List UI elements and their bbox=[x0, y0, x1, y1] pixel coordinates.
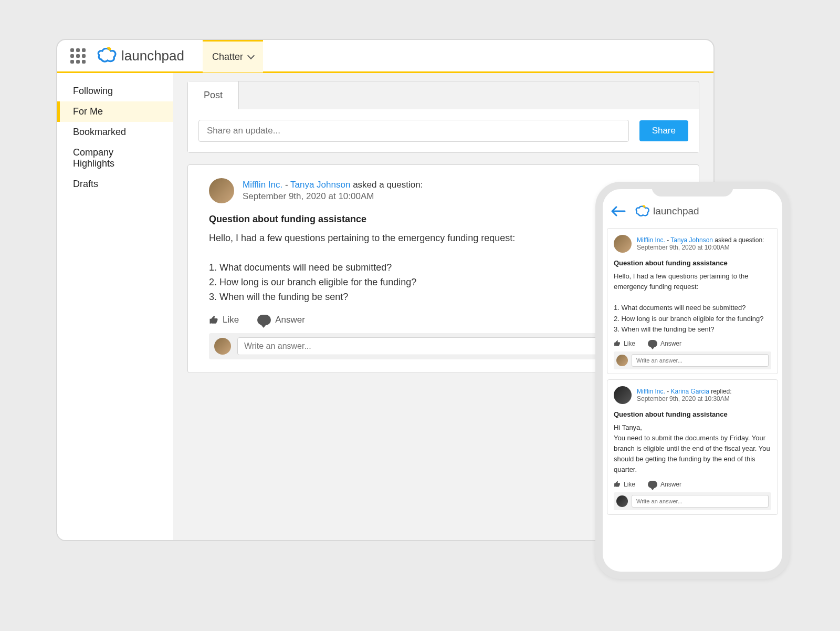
brand-name: launchpad bbox=[653, 205, 699, 217]
post-author-link[interactable]: Karina Garcia bbox=[670, 388, 709, 395]
post-actions: Like Answer bbox=[614, 481, 771, 488]
nav-tab-chatter[interactable]: Chatter bbox=[203, 39, 263, 73]
mobile-post-card: Mifflin Inc. - Karina Garcia replied: Se… bbox=[607, 379, 778, 515]
post-header: Mifflin Inc. - Karina Garcia replied: Se… bbox=[614, 386, 771, 404]
share-button[interactable]: Share bbox=[639, 120, 688, 141]
post-timestamp: September 9th, 2020 at 10:00AM bbox=[243, 191, 423, 202]
answer-button[interactable]: Answer bbox=[648, 481, 681, 488]
mobile-feed[interactable]: Mifflin Inc. - Tanya Johnson asked a que… bbox=[603, 224, 782, 572]
like-button[interactable]: Like bbox=[209, 315, 239, 325]
author-avatar[interactable] bbox=[614, 386, 632, 404]
post-sep: - bbox=[665, 236, 670, 244]
answer-button[interactable]: Answer bbox=[648, 340, 681, 347]
sidebar-item-following[interactable]: Following bbox=[57, 81, 173, 101]
post-meta-line: Mifflin Inc. - Karina Garcia replied: bbox=[637, 388, 732, 395]
composer-body: Share bbox=[188, 109, 699, 152]
answer-label: Answer bbox=[660, 481, 681, 488]
app-launcher-icon[interactable] bbox=[70, 48, 86, 64]
post-body: Hello, I had a few questions pertaining … bbox=[614, 271, 771, 335]
answer-button[interactable]: Answer bbox=[257, 315, 305, 325]
like-button[interactable]: Like bbox=[614, 481, 635, 488]
post-suffix: replied: bbox=[709, 388, 732, 395]
mobile-post-card: Mifflin Inc. - Tanya Johnson asked a que… bbox=[607, 228, 778, 374]
post-entity-link[interactable]: Mifflin Inc. bbox=[637, 388, 665, 395]
post-title: Question about funding assistance bbox=[614, 259, 771, 267]
sidebar-item-for-me[interactable]: For Me bbox=[57, 101, 173, 122]
post-header: Mifflin Inc. - Tanya Johnson asked a que… bbox=[614, 235, 771, 253]
back-arrow-icon[interactable] bbox=[610, 205, 626, 218]
write-answer-input[interactable] bbox=[632, 495, 769, 508]
sidebar-item-company-highlights[interactable]: Company Highlights bbox=[57, 142, 173, 174]
post-suffix: asked a question: bbox=[350, 180, 423, 190]
share-update-input[interactable] bbox=[198, 120, 629, 142]
sidebar-item-label: Company Highlights bbox=[73, 147, 114, 169]
post-actions: Like Answer bbox=[614, 340, 771, 347]
sidebar-item-label: Bookmarked bbox=[73, 127, 126, 137]
post-sep: - bbox=[665, 388, 671, 395]
like-label: Like bbox=[223, 315, 239, 325]
brand-logo-icon bbox=[97, 47, 117, 65]
post-timestamp: September 9th, 2020 at 10:30AM bbox=[637, 395, 732, 402]
nav-tab-label: Chatter bbox=[212, 51, 243, 63]
like-label: Like bbox=[624, 481, 635, 488]
current-user-avatar bbox=[214, 338, 231, 355]
mobile-notch bbox=[652, 182, 733, 196]
brand: launchpad bbox=[97, 47, 184, 65]
sidebar-item-bookmarked[interactable]: Bookmarked bbox=[57, 122, 173, 142]
answer-composer bbox=[614, 492, 771, 510]
author-avatar[interactable] bbox=[614, 235, 632, 253]
sidebar-item-drafts[interactable]: Drafts bbox=[57, 174, 173, 194]
thumb-up-icon bbox=[209, 315, 218, 325]
chevron-down-icon bbox=[247, 52, 255, 59]
brand-name: launchpad bbox=[121, 48, 184, 64]
mobile-brand: launchpad bbox=[635, 205, 699, 218]
thumb-up-icon bbox=[614, 481, 621, 488]
speech-bubble-icon bbox=[648, 340, 657, 347]
speech-bubble-icon bbox=[648, 481, 657, 488]
like-button[interactable]: Like bbox=[614, 340, 635, 347]
composer-tab-label: Post bbox=[204, 90, 223, 100]
post-timestamp: September 9th, 2020 at 10:00AM bbox=[637, 244, 764, 251]
post-entity-link[interactable]: Mifflin Inc. bbox=[637, 236, 665, 244]
post-title: Question about funding assistance bbox=[614, 410, 771, 418]
post-author-link[interactable]: Tanya Johnson bbox=[670, 236, 713, 244]
post-entity-link[interactable]: Mifflin Inc. bbox=[243, 180, 282, 190]
current-user-avatar bbox=[616, 355, 628, 366]
answer-composer bbox=[614, 351, 771, 369]
post-sep: - bbox=[282, 180, 290, 190]
like-label: Like bbox=[624, 340, 635, 347]
speech-bubble-icon bbox=[257, 315, 271, 325]
sidebar: Following For Me Bookmarked Company High… bbox=[57, 73, 173, 540]
composer-tab-post[interactable]: Post bbox=[188, 81, 239, 109]
author-avatar[interactable] bbox=[209, 178, 234, 203]
mobile-device: launchpad Mifflin Inc. - Tanya Johnson a… bbox=[595, 182, 790, 579]
brand-logo-icon bbox=[635, 205, 650, 218]
answer-label: Answer bbox=[660, 340, 681, 347]
sidebar-item-label: Drafts bbox=[73, 179, 98, 189]
desktop-header: launchpad Chatter bbox=[57, 40, 713, 73]
current-user-avatar bbox=[616, 495, 628, 507]
sidebar-item-label: For Me bbox=[73, 106, 103, 117]
composer-tabs: Post bbox=[188, 81, 699, 109]
sidebar-item-label: Following bbox=[73, 86, 113, 96]
composer: Post Share bbox=[187, 81, 699, 153]
write-answer-input[interactable] bbox=[632, 354, 769, 367]
post-meta-line: Mifflin Inc. - Tanya Johnson asked a que… bbox=[637, 236, 764, 244]
post-body: Hi Tanya, You need to submit the documen… bbox=[614, 422, 771, 475]
post-meta-line: Mifflin Inc. - Tanya Johnson asked a que… bbox=[243, 180, 423, 190]
post-author-link[interactable]: Tanya Johnson bbox=[290, 180, 350, 190]
thumb-up-icon bbox=[614, 340, 621, 347]
answer-label: Answer bbox=[275, 315, 305, 325]
post-suffix: asked a question: bbox=[713, 236, 764, 244]
